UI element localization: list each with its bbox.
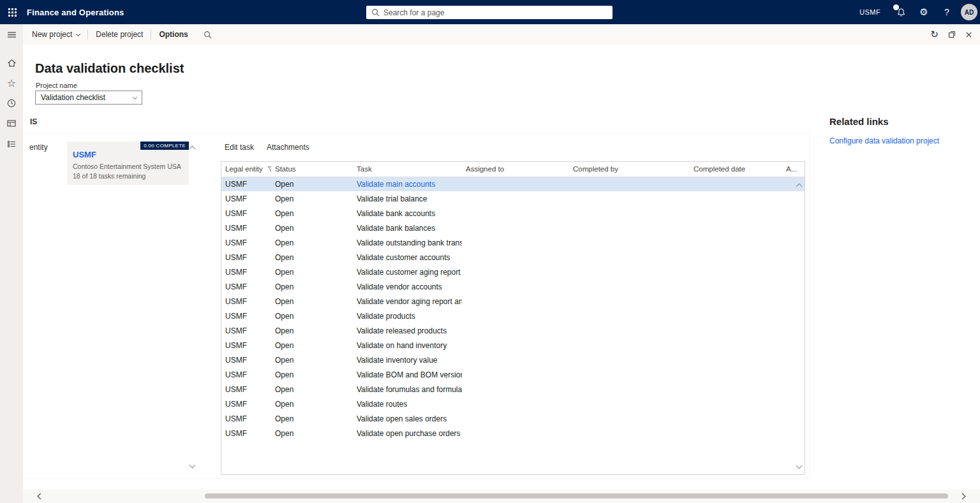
company-selector[interactable]: USMF bbox=[859, 8, 880, 16]
table-row[interactable]: USMFOpenValidate inventory value bbox=[221, 353, 805, 367]
scroll-right-icon[interactable] bbox=[960, 493, 966, 500]
task-link[interactable]: Validate routes bbox=[357, 400, 407, 409]
task-link[interactable]: Validate bank accounts bbox=[357, 209, 435, 218]
avatar[interactable]: AD bbox=[961, 4, 977, 20]
table-row[interactable]: USMFOpenValidate BOM and BOM versions bbox=[221, 367, 805, 382]
table-row[interactable]: USMFOpenValidate released products bbox=[221, 323, 805, 338]
table-row[interactable]: USMFOpenValidate vendor aging report an.… bbox=[221, 294, 805, 309]
cell-attachments bbox=[782, 411, 805, 426]
table-row[interactable]: USMFOpenValidate products bbox=[221, 309, 805, 323]
table-row[interactable]: USMFOpenValidate open sales orders bbox=[221, 411, 805, 426]
table-row[interactable]: USMFOpenValidate outstanding bank trans.… bbox=[221, 235, 805, 250]
home-icon[interactable] bbox=[0, 52, 23, 73]
cell-task: Validate released products bbox=[353, 323, 462, 338]
task-link[interactable]: Validate trial balance bbox=[357, 194, 427, 203]
table-row[interactable]: USMFOpenValidate forumulas and formula .… bbox=[221, 382, 805, 397]
table-row[interactable]: USMFOpenValidate routes bbox=[221, 397, 805, 411]
refresh-icon[interactable]: ↻ bbox=[926, 24, 943, 45]
task-link[interactable]: Validate on hand inventory bbox=[357, 341, 447, 350]
scrollbar-thumb[interactable] bbox=[205, 493, 948, 499]
cell-assigned-to bbox=[462, 265, 569, 279]
grid-scroll-down-icon[interactable] bbox=[796, 463, 803, 469]
cell-assigned-to bbox=[462, 353, 569, 367]
configure-data-validation-link[interactable]: Configure data validation project bbox=[829, 136, 976, 145]
column-header-completed-date[interactable]: Completed date bbox=[690, 162, 782, 177]
topbar-right-cluster: USMF ⚙ ? AD bbox=[859, 0, 977, 24]
recent-clock-icon[interactable] bbox=[0, 93, 23, 113]
task-link[interactable]: Validate main accounts bbox=[357, 180, 435, 189]
task-link[interactable]: Validate customer accounts bbox=[357, 253, 450, 262]
cell-assigned-to bbox=[462, 338, 569, 353]
table-row[interactable]: USMFOpenValidate on hand inventory bbox=[221, 338, 805, 353]
table-row[interactable]: USMFOpenValidate bank accounts bbox=[221, 206, 805, 221]
attachments-button[interactable]: Attachments bbox=[267, 143, 309, 152]
table-row[interactable]: USMFOpenValidate bank balances bbox=[221, 221, 805, 235]
column-header-task[interactable]: Task bbox=[353, 162, 462, 177]
cell-completed-date bbox=[690, 309, 782, 323]
cell-task: Validate bank balances bbox=[353, 221, 462, 235]
cell-legal-entity: USMF bbox=[221, 191, 271, 206]
new-project-label: New project bbox=[32, 30, 72, 39]
close-x-icon bbox=[965, 31, 972, 38]
task-link[interactable]: Validate outstanding bank trans... bbox=[357, 238, 462, 247]
card-list-scroll-up-icon[interactable] bbox=[189, 146, 196, 152]
task-link[interactable]: Validate bank balances bbox=[357, 224, 435, 233]
cell-completed-by bbox=[569, 294, 690, 309]
task-link[interactable]: Validate open purchase orders bbox=[357, 429, 461, 438]
search-input[interactable] bbox=[383, 8, 594, 17]
settings-gear-icon[interactable]: ⚙ bbox=[912, 0, 935, 24]
edit-task-button[interactable]: Edit task bbox=[225, 143, 254, 152]
new-project-button[interactable]: New project bbox=[24, 24, 87, 45]
table-row[interactable]: USMFOpenValidate open purchase orders bbox=[221, 426, 805, 441]
app-launcher-icon[interactable] bbox=[0, 0, 24, 24]
options-button[interactable]: Options bbox=[151, 24, 195, 45]
column-header-legal-entity[interactable]: Legal entity bbox=[221, 162, 271, 177]
task-link[interactable]: Validate customer aging report ... bbox=[357, 268, 462, 277]
chevron-down-icon bbox=[133, 94, 137, 99]
task-link[interactable]: Validate products bbox=[357, 312, 415, 321]
column-header-completed-by[interactable]: Completed by bbox=[569, 162, 690, 177]
notifications-button[interactable] bbox=[889, 0, 912, 24]
navigation-menu-icon[interactable] bbox=[0, 24, 23, 45]
table-row[interactable]: USMFOpenValidate main accounts bbox=[221, 177, 805, 191]
task-link[interactable]: Validate vendor aging report an... bbox=[357, 297, 462, 306]
task-link[interactable]: Validate inventory value bbox=[357, 356, 438, 365]
cell-assigned-to bbox=[462, 294, 569, 309]
cell-assigned-to bbox=[462, 177, 569, 191]
cell-status: Open bbox=[271, 382, 353, 397]
scroll-left-icon[interactable] bbox=[38, 493, 44, 500]
task-link[interactable]: Validate vendor accounts bbox=[357, 282, 442, 291]
workspaces-icon[interactable] bbox=[0, 113, 23, 134]
entity-card[interactable]: 0.00 COMPLETE USMF Contoso Entertainment… bbox=[67, 142, 189, 185]
close-icon[interactable] bbox=[960, 24, 977, 45]
modules-list-icon[interactable] bbox=[0, 134, 23, 154]
search-icon bbox=[371, 8, 380, 17]
column-header-assigned-to[interactable]: Assigned to bbox=[462, 162, 569, 177]
cell-legal-entity: USMF bbox=[221, 206, 271, 221]
cell-attachments bbox=[782, 382, 805, 397]
favorites-star-icon[interactable]: ☆ bbox=[0, 73, 23, 93]
popout-icon[interactable] bbox=[943, 24, 960, 45]
cell-completed-date bbox=[690, 338, 782, 353]
cell-legal-entity: USMF bbox=[221, 382, 271, 397]
cell-legal-entity: USMF bbox=[221, 367, 271, 382]
column-header-attachments[interactable]: A... bbox=[782, 162, 805, 177]
actionbar-search-button[interactable] bbox=[196, 24, 219, 45]
table-row[interactable]: USMFOpenValidate trial balance bbox=[221, 191, 805, 206]
cell-task: Validate products bbox=[353, 309, 462, 323]
help-icon[interactable]: ? bbox=[935, 0, 958, 24]
project-name-select[interactable]: Validation checklist bbox=[35, 91, 142, 105]
top-search-box[interactable] bbox=[366, 6, 612, 19]
table-row[interactable]: USMFOpenValidate customer aging report .… bbox=[221, 265, 805, 279]
horizontal-scrollbar[interactable] bbox=[23, 490, 980, 503]
cell-legal-entity: USMF bbox=[221, 309, 271, 323]
delete-project-button[interactable]: Delete project bbox=[88, 24, 151, 45]
table-row[interactable]: USMFOpenValidate vendor accounts bbox=[221, 279, 805, 294]
task-link[interactable]: Validate forumulas and formula ... bbox=[357, 385, 462, 394]
card-list-scroll-down-icon[interactable] bbox=[189, 462, 196, 469]
task-link[interactable]: Validate released products bbox=[357, 326, 447, 335]
table-row[interactable]: USMFOpenValidate customer accounts bbox=[221, 250, 805, 265]
task-link[interactable]: Validate BOM and BOM versions bbox=[357, 370, 462, 379]
column-header-status[interactable]: Status bbox=[271, 162, 353, 177]
task-link[interactable]: Validate open sales orders bbox=[357, 414, 447, 423]
